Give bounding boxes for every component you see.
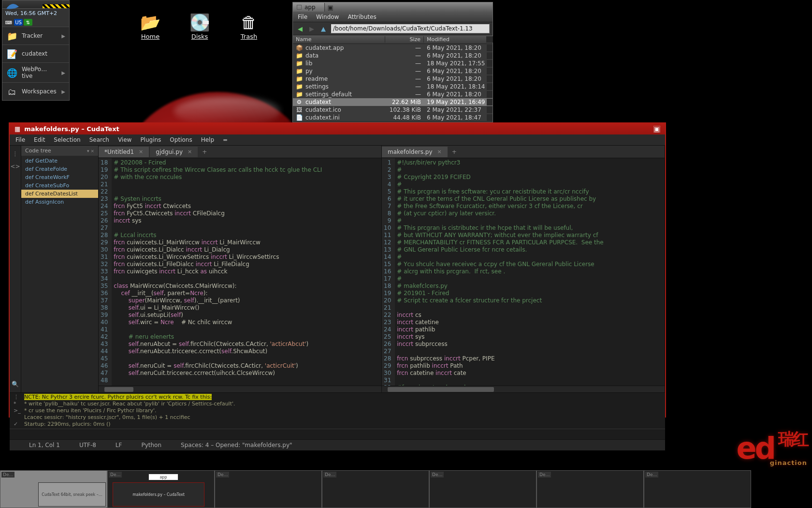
workspace-7[interactable]: De… (644, 470, 751, 508)
workspace-2[interactable]: De… app makefolders.py – CudaText (107, 470, 215, 508)
col-size[interactable]: Size (385, 36, 424, 43)
deskbar-item-webpo…tive[interactable]: 🌐WebPo…tive▶ (2, 62, 69, 82)
tray-keyboard-icon[interactable]: ⌨ (4, 19, 13, 26)
console-input[interactable] (10, 429, 665, 439)
menu-selection[interactable]: Selection (54, 136, 80, 143)
code-tree-panel: Code tree ▾ × def GetDatedef CreateFolde… (21, 146, 99, 392)
menu-help[interactable]: Help (201, 136, 214, 143)
console-info-icon: * (14, 401, 16, 407)
tree-item[interactable]: def CreateWorkF (21, 173, 98, 181)
tree-item[interactable]: def GetDate (21, 157, 98, 165)
tray-network-icon[interactable]: ⇅ (24, 19, 32, 26)
deskbar-item-tracker[interactable]: 📁Tracker▶ (2, 27, 69, 45)
tracker-titlebar[interactable]: app ▣ (293, 2, 493, 12)
deskbar-item-workspaces[interactable]: 🗂Workspaces▶ (2, 82, 69, 100)
new-tab-button[interactable]: + (199, 149, 210, 155)
tree-item[interactable]: def CreateDatesList (21, 190, 98, 198)
file-icon: ⚙ (296, 99, 303, 105)
nav-up-icon[interactable]: ▲ (319, 25, 328, 32)
hscrollbar[interactable] (382, 386, 665, 392)
close-icon[interactable]: ▣ (653, 126, 660, 133)
file-row[interactable]: 📁data—6 May 2021, 18:20 (293, 52, 493, 60)
code-editor-left[interactable]: # 202008 - Fcired # This script cefires … (112, 158, 381, 386)
menu-file[interactable]: File (15, 136, 25, 143)
menu-edit[interactable]: Edit (34, 136, 45, 143)
status-lexer[interactable]: Python (141, 442, 161, 448)
side-gutter: ⋮ <> 🔍 (10, 146, 21, 392)
editor-tab[interactable]: gjdgui.py× (150, 147, 198, 157)
file-icon: 📦 (296, 45, 303, 51)
file-row[interactable]: 📁settings_default—6 May 2021, 18:20 (293, 90, 493, 98)
status-encoding[interactable]: UTF-8 (79, 442, 96, 448)
editor-pane-left: *Untitled1×gjdgui.py×+ 18192021222324252… (99, 146, 382, 392)
window-title: makefolders.py – CudaText (24, 125, 119, 133)
path-field[interactable]: /boot/home/Downloads/CudaText/CudaText-1… (331, 24, 490, 33)
tab-close-icon[interactable]: × (437, 149, 442, 155)
file-row[interactable]: 📁lib—18 May 2021, 17:55 (293, 60, 493, 67)
menu-attributes[interactable]: Attributes (348, 14, 376, 20)
tracker-another-tab-icon[interactable]: ▣ (328, 4, 334, 11)
desktop-icon-home[interactable]: 📂Home (140, 14, 160, 40)
tab-close-icon[interactable]: × (139, 149, 143, 155)
desktop-icon-trash[interactable]: 🗑Trash (239, 14, 259, 40)
file-icon: 📄 (296, 114, 303, 121)
code-editor-right[interactable]: #!/usr/bir/erv pythcr3 # # Ccpyright 201… (395, 158, 665, 386)
deskbar-item-cudatext[interactable]: 📝cudatext (2, 45, 69, 62)
hscrollbar[interactable] (99, 386, 381, 392)
file-row[interactable]: ⚙cudatext22.62 MiB19 May 2021, 16:49 (293, 98, 493, 106)
tracker-file-list[interactable]: 📦cudatext.app—6 May 2021, 18:20📁data—6 M… (293, 44, 493, 121)
workspace-3[interactable]: De… (215, 470, 322, 508)
cudatext-titlebar[interactable]: ▦ makefolders.py – CudaText ▣ (10, 123, 665, 134)
new-tab-button[interactable]: + (449, 149, 460, 155)
status-position[interactable]: Ln 1, Col 1 (29, 442, 60, 448)
tree-item[interactable]: def CreateFolde (21, 165, 98, 173)
menu-file[interactable]: File (298, 14, 307, 20)
workspace-1[interactable]: De… CudaText 64bit, sneak peek –… (0, 470, 107, 508)
console-line: * cr use the neru iten 'Plucirs / Firc P… (24, 407, 156, 414)
gutter-dots-icon[interactable]: ⋮ (13, 150, 18, 157)
deskbar-clock[interactable]: Wed, 16:56 GMT+2 (2, 8, 69, 18)
workspace-6[interactable]: De… (536, 470, 644, 508)
file-row[interactable]: 📁readme—6 May 2021, 18:20 (293, 75, 493, 83)
file-row[interactable]: 🖼cudatext.ico102.38 KiB2 May 2021, 22:37 (293, 106, 493, 114)
tracker-list-header[interactable]: Name Size Modified (293, 35, 493, 44)
menu-=[interactable]: = (223, 136, 228, 143)
file-row[interactable]: 📁py—6 May 2021, 18:20 (293, 67, 493, 75)
file-icon: 📁 (296, 91, 303, 98)
nav-forward-icon[interactable]: ▶ (307, 25, 316, 32)
menu-window[interactable]: Window (316, 14, 339, 20)
dropdown-icon[interactable]: ▾ × (87, 149, 94, 153)
menu-options[interactable]: Options (170, 136, 192, 143)
editor-tab[interactable]: makefolders.py× (382, 147, 448, 157)
tree-item[interactable]: def AssignIcon (21, 198, 98, 206)
col-modified[interactable]: Modified (424, 36, 487, 43)
nav-back-icon[interactable]: ◀ (296, 25, 304, 32)
deskbar-handle[interactable] (43, 4, 70, 8)
console-prompt-icon: >_ (14, 407, 21, 414)
app-icon: 🌐 (6, 67, 18, 78)
workspace-5[interactable]: De… (429, 470, 536, 508)
col-name[interactable]: Name (293, 36, 385, 43)
desktop-icon-disks[interactable]: 💽Disks (189, 14, 210, 40)
close-icon[interactable] (297, 5, 302, 10)
status-eol[interactable]: LF (116, 442, 122, 448)
file-row[interactable]: 📁settings—18 May 2021, 18:14 (293, 83, 493, 90)
desktop-logo: ed瑞红 ginaction (737, 431, 807, 466)
menu-search[interactable]: Search (89, 136, 109, 143)
tab-close-icon[interactable]: × (188, 149, 192, 155)
menu-view[interactable]: View (118, 136, 131, 143)
gutter-search-icon[interactable]: 🔍 (12, 381, 19, 388)
tray-locale[interactable]: US (14, 19, 23, 26)
menu-plugins[interactable]: Plugins (140, 136, 161, 143)
file-row[interactable]: 📦cudatext.app—6 May 2021, 18:20 (293, 44, 493, 52)
tree-item[interactable]: def CreateSubFo (21, 181, 98, 190)
code-tree-header[interactable]: Code tree ▾ × (21, 146, 98, 156)
file-row[interactable]: 📄cudatext.ini44.48 KiB6 May 2021, 18:47 (293, 114, 493, 121)
tabs-right: makefolders.py×+ (382, 146, 665, 158)
chevron-right-icon: ▶ (61, 70, 65, 75)
gutter-swap-icon[interactable]: <> (10, 163, 20, 170)
workspaces-bar: De… CudaText 64bit, sneak peek –… De… ap… (0, 470, 812, 508)
workspace-4[interactable]: De… (322, 470, 429, 508)
editor-tab[interactable]: *Untitled1× (99, 147, 149, 157)
tracker-menubar: FileWindowAttributes (293, 12, 493, 22)
